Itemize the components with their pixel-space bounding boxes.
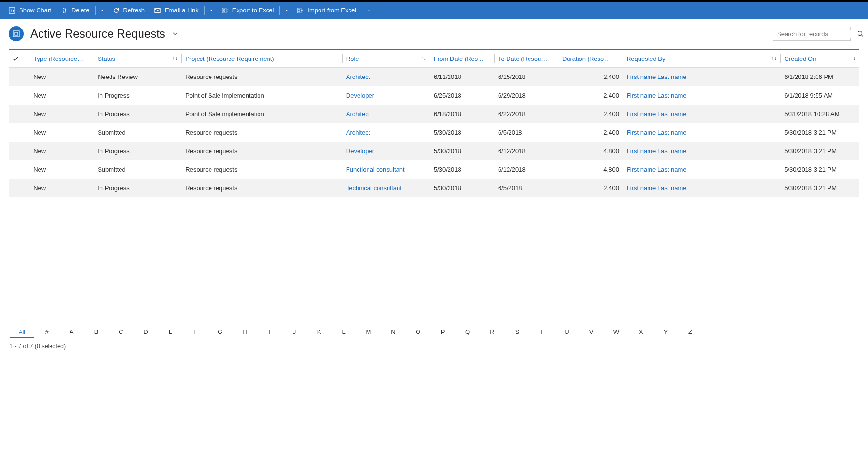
delete-label: Delete — [71, 7, 90, 14]
email-link-dropdown[interactable] — [206, 2, 217, 19]
cell-requested-by[interactable]: First name Last name — [623, 86, 780, 105]
alpha-filter-d[interactable]: D — [133, 326, 158, 338]
trash-icon — [61, 7, 68, 14]
cell-requested-by[interactable]: First name Last name — [623, 105, 780, 123]
cell-to-date: 6/12/2018 — [494, 160, 559, 179]
cell-project: Resource requests — [181, 142, 342, 160]
alpha-filter-f[interactable]: F — [183, 326, 208, 338]
alpha-filter-z[interactable]: Z — [678, 326, 703, 338]
alpha-filter-i[interactable]: I — [257, 326, 282, 338]
view-selector-chevron-icon[interactable] — [172, 30, 179, 37]
cell-role[interactable]: Developer — [342, 86, 430, 105]
cell-role[interactable]: Developer — [342, 142, 430, 160]
row-selector[interactable] — [9, 123, 30, 142]
col-role[interactable]: Role↑↓ — [342, 50, 430, 68]
row-selector[interactable] — [9, 142, 30, 160]
table-row[interactable]: NewIn ProgressResource requestsTechnical… — [9, 179, 859, 197]
row-selector[interactable] — [9, 68, 30, 87]
alpha-filter-e[interactable]: E — [158, 326, 183, 338]
row-selector[interactable] — [9, 86, 30, 105]
alpha-filter-a[interactable]: A — [59, 326, 84, 338]
alpha-filter-n[interactable]: N — [381, 326, 406, 338]
cell-from-date: 5/30/2018 — [430, 123, 494, 142]
cell-role[interactable]: Architect — [342, 123, 430, 142]
alpha-filter-w[interactable]: W — [604, 326, 629, 338]
export-excel-dropdown[interactable] — [281, 2, 292, 19]
alpha-filter-all[interactable]: All — [10, 326, 34, 338]
alpha-filter-q[interactable]: Q — [455, 326, 480, 338]
table-row[interactable]: NewIn ProgressResource requestsDeveloper… — [9, 142, 859, 160]
cell-type: New — [30, 105, 94, 123]
alpha-filter-o[interactable]: O — [406, 326, 430, 338]
col-duration[interactable]: Duration (Reso… — [559, 50, 623, 68]
alpha-filter-c[interactable]: C — [109, 326, 133, 338]
row-selector[interactable] — [9, 160, 30, 179]
alpha-filter-v[interactable]: V — [579, 326, 604, 338]
alpha-filter-k[interactable]: K — [307, 326, 331, 338]
cell-duration: 2,400 — [559, 68, 623, 87]
page-title[interactable]: Active Resource Requests — [30, 27, 179, 40]
alpha-filter-j[interactable]: J — [282, 326, 307, 338]
export-excel-button[interactable]: Export to Excel — [217, 2, 279, 19]
sort-icon: ↑↓ — [172, 55, 178, 61]
cell-requested-by[interactable]: First name Last name — [623, 142, 780, 160]
refresh-button[interactable]: Refresh — [108, 2, 150, 19]
row-selector[interactable] — [9, 105, 30, 123]
import-excel-button[interactable]: Import from Excel — [292, 2, 361, 19]
table-row[interactable]: NewIn ProgressPoint of Sale implementati… — [9, 86, 859, 105]
cell-role[interactable]: Technical consultant — [342, 179, 430, 197]
cell-to-date: 6/15/2018 — [494, 68, 559, 87]
show-chart-button[interactable]: Show Chart — [4, 2, 56, 19]
separator — [279, 6, 280, 15]
alpha-filter-t[interactable]: T — [529, 326, 554, 338]
cell-to-date: 6/29/2018 — [494, 86, 559, 105]
row-selector[interactable] — [9, 179, 30, 197]
alpha-filter-#[interactable]: # — [34, 326, 59, 338]
alpha-filter-u[interactable]: U — [554, 326, 579, 338]
cell-role[interactable]: Architect — [342, 105, 430, 123]
grid-empty-space — [0, 197, 868, 321]
select-all-header[interactable] — [9, 50, 30, 68]
alpha-filter-r[interactable]: R — [480, 326, 505, 338]
cell-from-date: 6/11/2018 — [430, 68, 494, 87]
email-link-button[interactable]: Email a Link — [150, 2, 203, 19]
search-icon[interactable] — [857, 30, 864, 37]
alpha-filter-x[interactable]: X — [629, 326, 653, 338]
col-from-date[interactable]: From Date (Res… — [430, 50, 494, 68]
cell-created-on: 5/30/2018 3:21 PM — [780, 179, 859, 197]
col-project[interactable]: Project (Resource Requirement) — [181, 50, 342, 68]
search-box[interactable] — [773, 27, 851, 41]
alpha-filter-p[interactable]: P — [430, 326, 455, 338]
table-row[interactable]: NewSubmittedResource requestsFunctional … — [9, 160, 859, 179]
alpha-filter-y[interactable]: Y — [653, 326, 678, 338]
cell-status: Needs Review — [94, 68, 181, 87]
search-input[interactable] — [777, 30, 857, 38]
cell-role[interactable]: Architect — [342, 68, 430, 87]
alpha-filter-l[interactable]: L — [331, 326, 356, 338]
table-row[interactable]: NewIn ProgressPoint of Sale implementati… — [9, 105, 859, 123]
col-created-on[interactable]: Created On↓ — [780, 50, 859, 68]
alpha-filter-m[interactable]: M — [356, 326, 381, 338]
alpha-filter-s[interactable]: S — [505, 326, 529, 338]
col-requested-by[interactable]: Requested By↑↓ — [623, 50, 780, 68]
col-status[interactable]: Status↑↓ — [94, 50, 181, 68]
alpha-filter-g[interactable]: G — [208, 326, 232, 338]
table-row[interactable]: NewSubmittedResource requestsArchitect5/… — [9, 123, 859, 142]
cell-requested-by[interactable]: First name Last name — [623, 160, 780, 179]
cell-status: In Progress — [94, 86, 181, 105]
alpha-filter-h[interactable]: H — [232, 326, 257, 338]
cell-requested-by[interactable]: First name Last name — [623, 68, 780, 87]
col-type[interactable]: Type (Resource… — [30, 50, 94, 68]
col-to-date[interactable]: To Date (Resou… — [494, 50, 559, 68]
status-bar: 1 - 7 of 7 (0 selected) — [0, 338, 868, 354]
cell-requested-by[interactable]: First name Last name — [623, 123, 780, 142]
delete-button[interactable]: Delete — [56, 2, 94, 19]
cell-role[interactable]: Functional consultant — [342, 160, 430, 179]
alpha-filter-b[interactable]: B — [84, 326, 109, 338]
table-row[interactable]: NewNeeds ReviewResource requestsArchitec… — [9, 68, 859, 87]
refresh-label: Refresh — [123, 7, 145, 14]
cell-requested-by[interactable]: First name Last name — [623, 179, 780, 197]
cell-duration: 2,400 — [559, 105, 623, 123]
import-excel-dropdown[interactable] — [363, 2, 375, 19]
delete-dropdown[interactable] — [97, 2, 108, 19]
